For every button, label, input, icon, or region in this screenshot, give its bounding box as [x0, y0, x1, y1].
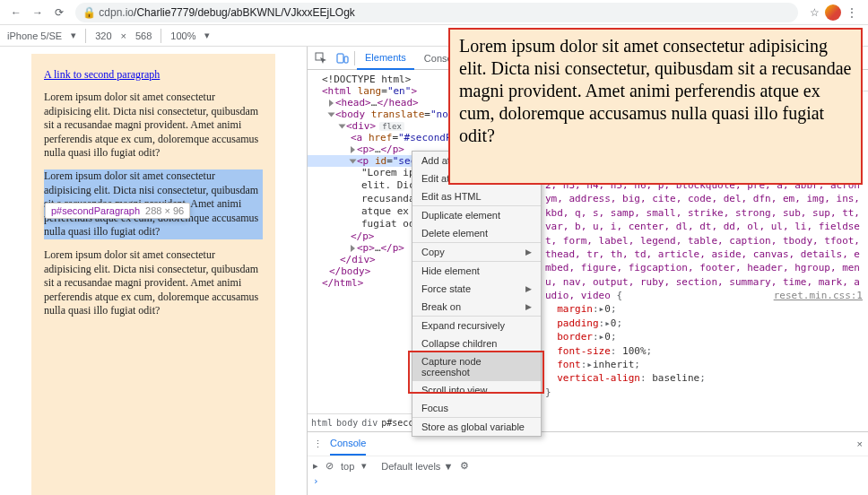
close-icon[interactable]: × — [857, 439, 863, 449]
device-toggle-icon[interactable] — [333, 48, 352, 68]
tab-drawer-console[interactable]: Console — [330, 432, 366, 456]
annotation-box-menu — [408, 351, 544, 394]
paragraph-1: Lorem ipsum dolor sit amet consectetur a… — [44, 91, 263, 161]
gear-icon[interactable]: ⚙ — [460, 460, 469, 472]
ctx-store-global[interactable]: Store as global variable — [412, 417, 541, 436]
url-host: cdpn.io — [99, 6, 134, 19]
forward-icon[interactable]: → — [27, 2, 48, 23]
ctx-force-state[interactable]: Force state▶ — [412, 280, 541, 298]
page-body: A link to second paragraph Lorem ipsum d… — [31, 54, 275, 495]
device-h[interactable]: 568 — [135, 30, 152, 41]
ctx-hide[interactable]: Hide element — [412, 261, 541, 280]
svg-rect-2 — [344, 56, 348, 63]
ctx-expand[interactable]: Expand recursively — [412, 316, 541, 334]
viewport: A link to second paragraph Lorem ipsum d… — [0, 47, 307, 495]
drawer-menu-icon[interactable]: ⋮ — [313, 439, 323, 450]
play-icon[interactable]: ▸ — [313, 460, 318, 472]
node-screenshot-overlay: Lorem ipsum dolor sit amet consectetur a… — [448, 28, 863, 185]
lock-icon: 🔒 — [82, 6, 99, 19]
console-prompt[interactable]: › — [308, 475, 868, 495]
reload-icon[interactable]: ⟳ — [48, 2, 70, 23]
tooltip-selector: p#secondParagraph — [51, 205, 140, 216]
avatar[interactable] — [825, 4, 841, 21]
ctx-collapse[interactable]: Collapse children — [412, 334, 541, 352]
url-path: /Charlie7779/debug/abBKWNL/VJkxxEEjLOgk — [134, 6, 355, 19]
browser-toolbar: ← → ⟳ 🔒 cdpn.io/Charlie7779/debug/abBKWN… — [0, 0, 868, 25]
element-tooltip: p#secondParagraph288 × 96 — [45, 203, 190, 219]
ctx-copy[interactable]: Copy▶ — [412, 242, 541, 261]
context-menu: Add attribute Edit attribute Edit as HTM… — [412, 151, 542, 437]
device-w[interactable]: 320 — [95, 30, 111, 41]
log-levels[interactable]: Default levels ▼ — [381, 461, 453, 472]
crumb-current[interactable]: p#secc — [381, 418, 413, 428]
ctx-delete[interactable]: Delete element — [412, 224, 541, 242]
inspect-icon[interactable] — [311, 48, 331, 68]
device-name[interactable]: iPhone 5/SE — [7, 30, 62, 41]
link-second-paragraph[interactable]: A link to second paragraph — [44, 68, 160, 81]
ctx-break-on[interactable]: Break on▶ — [412, 298, 541, 316]
tab-elements[interactable]: Elements — [357, 47, 414, 70]
paragraph-3-end: fugiat odit? — [110, 304, 160, 317]
ctx-edit-html[interactable]: Edit as HTML — [412, 187, 541, 205]
star-icon[interactable]: ☆ — [803, 2, 825, 23]
back-icon[interactable]: ← — [5, 2, 27, 23]
reset-css-link[interactable]: reset.min.css:1 — [774, 289, 863, 302]
css-rule-2[interactable]: html, body, div, span, applet, object, i… — [545, 162, 863, 400]
crumb-html[interactable]: html — [311, 418, 333, 428]
menu-icon[interactable]: ⋮ — [841, 2, 863, 23]
svg-rect-1 — [337, 54, 343, 63]
ctx-duplicate[interactable]: Duplicate element — [412, 205, 541, 224]
console-drawer: ⋮ Console × ▸ ⊘ top▾ Default levels ▼ ⚙ … — [308, 431, 868, 495]
ctx-focus[interactable]: Focus — [412, 399, 541, 417]
device-zoom[interactable]: 100% — [170, 30, 195, 41]
crumb-body[interactable]: body — [336, 418, 358, 428]
tooltip-dim: 288 × 96 — [145, 205, 184, 216]
crumb-div[interactable]: div — [361, 418, 378, 428]
context-top[interactable]: top — [341, 461, 354, 472]
clear-icon[interactable]: ⊘ — [326, 460, 334, 472]
paragraph-3: Lorem ipsum dolor sit amet consectetur a… — [44, 248, 263, 318]
url-bar[interactable]: 🔒 cdpn.io/Charlie7779/debug/abBKWNL/VJkx… — [75, 3, 798, 22]
